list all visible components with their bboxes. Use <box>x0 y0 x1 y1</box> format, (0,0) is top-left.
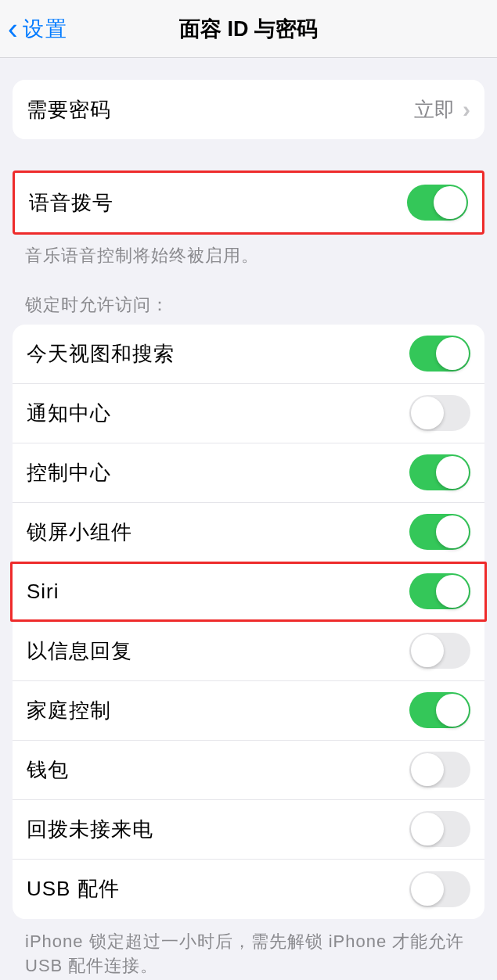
toggle-knob <box>411 634 444 667</box>
row-lock-item: 家庭控制 <box>13 681 484 741</box>
toggle-knob <box>411 753 444 786</box>
toggle-lock-item[interactable] <box>409 811 470 847</box>
toggle-knob <box>436 456 469 489</box>
row-lock-item: Siri <box>13 562 484 622</box>
row-lock-item: 通知中心 <box>13 384 484 443</box>
toggle-lock-item[interactable] <box>409 573 470 609</box>
toggle-lock-item[interactable] <box>409 395 470 431</box>
row-label: 通知中心 <box>27 400 409 427</box>
row-lock-item: 回拨未接来电 <box>13 800 484 860</box>
row-lock-item: 今天视图和搜索 <box>13 325 484 384</box>
row-label: 以信息回复 <box>27 637 409 665</box>
toggle-knob <box>436 694 469 727</box>
row-label: 家庭控制 <box>27 697 409 724</box>
toggle-lock-item[interactable] <box>409 752 470 788</box>
row-label: 今天视图和搜索 <box>27 340 409 368</box>
toggle-knob <box>411 813 444 845</box>
page-title: 面容 ID 与密码 <box>0 15 497 43</box>
toggle-lock-item[interactable] <box>409 633 470 669</box>
row-voice-dial: 语音拨号 <box>15 173 482 232</box>
row-label: 语音拨号 <box>29 189 407 217</box>
toggle-lock-item[interactable] <box>409 454 470 490</box>
group-passcode: 需要密码 立即 › <box>13 80 484 139</box>
navbar: ‹ 设置 面容 ID 与密码 <box>0 0 497 58</box>
chevron-left-icon: ‹ <box>8 14 18 44</box>
toggle-knob <box>411 397 444 429</box>
toggle-lock-item[interactable] <box>409 692 470 728</box>
group-voice-dial: 语音拨号 <box>13 171 484 235</box>
toggle-lock-item[interactable] <box>409 871 470 907</box>
toggle-lock-item[interactable] <box>409 514 470 550</box>
chevron-right-icon: › <box>463 96 470 123</box>
toggle-voice-dial[interactable] <box>407 185 468 221</box>
row-label: Siri <box>27 580 409 604</box>
row-lock-item: 控制中心 <box>13 443 484 503</box>
toggle-knob <box>436 575 469 608</box>
section-header-lock: 锁定时允许访问： <box>25 293 472 317</box>
row-require-passcode[interactable]: 需要密码 立即 › <box>13 80 484 139</box>
toggle-knob <box>436 337 469 370</box>
row-label: 钱包 <box>27 756 409 784</box>
row-value: 立即 <box>414 96 455 124</box>
back-button[interactable]: ‹ 设置 <box>0 14 68 44</box>
toggle-lock-item[interactable] <box>409 336 470 372</box>
row-lock-item: USB 配件 <box>13 860 484 919</box>
row-lock-item: 钱包 <box>13 741 484 800</box>
row-label: 回拨未接来电 <box>27 816 409 843</box>
toggle-knob <box>434 186 466 219</box>
footer-lock-access: iPhone 锁定超过一小时后，需先解锁 iPhone 才能允许USB 配件连接… <box>25 930 472 978</box>
row-lock-item: 以信息回复 <box>13 622 484 681</box>
row-label: 需要密码 <box>27 96 414 124</box>
back-label: 设置 <box>23 15 68 43</box>
group-lock-access: 今天视图和搜索通知中心控制中心锁屏小组件Siri以信息回复家庭控制钱包回拨未接来… <box>13 325 484 919</box>
row-lock-item: 锁屏小组件 <box>13 503 484 562</box>
row-label: 控制中心 <box>27 459 409 486</box>
footer-voice-dial: 音乐语音控制将始终被启用。 <box>25 244 472 268</box>
toggle-knob <box>436 515 469 548</box>
row-label: USB 配件 <box>27 875 409 903</box>
row-label: 锁屏小组件 <box>27 519 409 546</box>
toggle-knob <box>411 873 444 906</box>
